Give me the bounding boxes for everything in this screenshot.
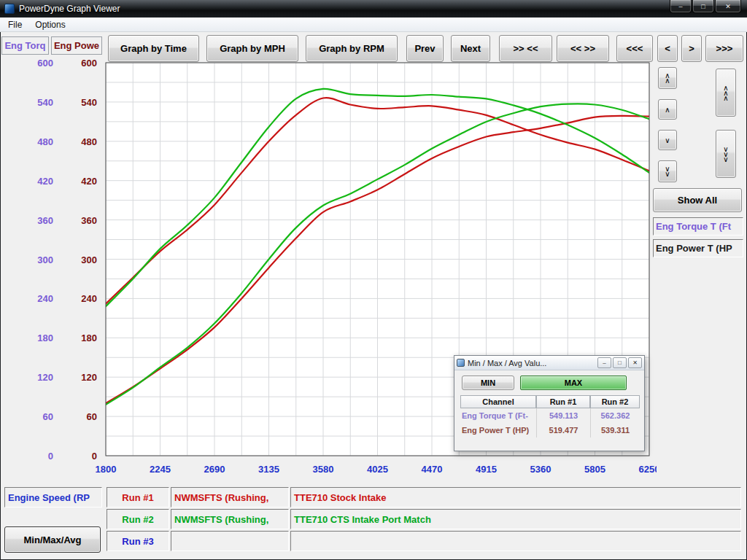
scroll-fast-right-button[interactable]: >>> xyxy=(705,35,743,62)
minmax-window: Min / Max / Avg Valu... – □ ✕ MIN MAX Ch… xyxy=(454,355,645,451)
svg-text:5805: 5805 xyxy=(584,464,605,475)
maximize-button[interactable]: □ xyxy=(692,0,714,13)
table-row-torque-channel: Eng Torque T (Ft- xyxy=(460,408,536,423)
run3-owner-field[interactable] xyxy=(171,531,289,551)
svg-text:600: 600 xyxy=(81,58,97,69)
min-toggle-button[interactable]: MIN xyxy=(462,376,514,390)
svg-text:2690: 2690 xyxy=(204,464,225,475)
minmax-minimize-button[interactable]: – xyxy=(597,357,611,368)
minimize-button[interactable]: – xyxy=(670,0,692,13)
run1-owner-field[interactable]: NWMSFTS (Rushing, xyxy=(171,487,289,508)
scale-down-fast-icon[interactable]: ∨ ∨ xyxy=(658,160,677,182)
svg-text:300: 300 xyxy=(81,254,97,265)
run3-label[interactable]: Run #3 xyxy=(107,531,169,551)
column-header-run2[interactable]: Run #2 xyxy=(590,395,640,408)
svg-text:2245: 2245 xyxy=(150,464,171,475)
run2-owner-field[interactable]: NWMSFTS (Rushing, xyxy=(171,509,289,529)
scale-up-icon[interactable]: ∧ xyxy=(658,99,677,120)
table-row-power-run1: 519.477 xyxy=(536,423,590,438)
svg-text:420: 420 xyxy=(81,176,97,187)
svg-text:240: 240 xyxy=(81,293,97,304)
svg-text:0: 0 xyxy=(48,451,53,462)
svg-text:480: 480 xyxy=(81,136,97,147)
legend-eng-power[interactable]: Eng Power T (HP xyxy=(653,239,743,257)
svg-text:360: 360 xyxy=(81,215,97,226)
menu-file[interactable]: File xyxy=(1,18,28,31)
title-bar[interactable]: PowerDyne Graph Viewer xyxy=(0,0,747,18)
app-icon xyxy=(4,4,15,14)
minmaxavg-button[interactable]: Min/Max/Avg xyxy=(4,526,101,553)
svg-text:480: 480 xyxy=(37,136,53,147)
svg-text:0: 0 xyxy=(92,451,97,462)
show-all-button[interactable]: Show All xyxy=(653,188,742,212)
svg-text:540: 540 xyxy=(37,97,53,108)
scale-up-fast-icon[interactable]: ∧ ∧ xyxy=(658,67,677,89)
window-title: PowerDyne Graph Viewer xyxy=(19,4,120,14)
tab-eng-power[interactable]: Eng Powe xyxy=(51,36,102,55)
svg-text:420: 420 xyxy=(37,176,53,187)
run3-description-field[interactable] xyxy=(290,531,741,551)
x-channel-selector[interactable]: Engine Speed (RP xyxy=(4,487,102,508)
powerdyne-window: PowerDyne Graph Viewer – □ ✕ File Option… xyxy=(0,0,747,560)
svg-text:120: 120 xyxy=(81,372,97,383)
column-header-channel[interactable]: Channel xyxy=(460,395,536,408)
svg-text:3135: 3135 xyxy=(258,464,279,475)
svg-text:120: 120 xyxy=(37,372,53,383)
minmax-window-icon xyxy=(457,359,465,367)
minmax-close-button[interactable]: ✕ xyxy=(628,357,642,368)
svg-text:6250: 6250 xyxy=(639,464,657,475)
svg-text:4025: 4025 xyxy=(367,464,388,475)
svg-text:300: 300 xyxy=(37,254,53,265)
menu-bar: File Options xyxy=(0,18,747,32)
legend-eng-torque[interactable]: Eng Torque T (Ft xyxy=(653,217,743,236)
column-header-run1[interactable]: Run #1 xyxy=(536,395,590,408)
svg-text:600: 600 xyxy=(37,58,53,69)
minmax-restore-button[interactable]: □ xyxy=(613,357,627,368)
menu-options[interactable]: Options xyxy=(28,18,71,31)
table-row-torque-run1: 549.113 xyxy=(536,408,590,423)
close-button[interactable]: ✕ xyxy=(715,0,741,13)
svg-text:1800: 1800 xyxy=(96,464,117,475)
svg-text:4915: 4915 xyxy=(476,464,497,475)
range-up-icon[interactable]: ∧ ∧ ∧ xyxy=(716,69,736,117)
svg-text:5360: 5360 xyxy=(530,464,551,475)
svg-text:60: 60 xyxy=(87,411,97,422)
svg-text:540: 540 xyxy=(81,97,97,108)
svg-text:360: 360 xyxy=(37,215,53,226)
scale-down-icon[interactable]: ∨ xyxy=(658,130,677,150)
table-row-power-run2: 539.311 xyxy=(590,423,640,438)
range-down-icon[interactable]: ∨ ∨ ∨ xyxy=(716,130,736,178)
run1-description-field[interactable]: TTE710 Stock Intake xyxy=(290,487,741,508)
svg-text:3580: 3580 xyxy=(313,464,334,475)
table-row-torque-run2: 562.362 xyxy=(590,408,640,423)
svg-text:180: 180 xyxy=(81,332,97,343)
run2-description-field[interactable]: TTE710 CTS Intake Port Match xyxy=(290,509,741,529)
minmax-table: Channel Run #1 Run #2 Eng Torque T (Ft- … xyxy=(460,395,640,438)
minmax-title-bar[interactable]: Min / Max / Avg Valu... – □ ✕ xyxy=(454,356,644,370)
svg-text:240: 240 xyxy=(37,293,53,304)
scroll-left-button[interactable]: < xyxy=(657,35,678,62)
tab-eng-torque[interactable]: Eng Torq xyxy=(1,36,49,55)
scroll-right-button[interactable]: > xyxy=(681,35,702,62)
run1-label[interactable]: Run #1 xyxy=(107,487,169,508)
minmax-window-title: Min / Max / Avg Valu... xyxy=(468,359,596,368)
svg-text:4470: 4470 xyxy=(422,464,443,475)
svg-text:60: 60 xyxy=(43,411,53,422)
window-controls: – □ ✕ xyxy=(669,0,741,13)
max-toggle-button[interactable]: MAX xyxy=(520,376,627,390)
table-row-power-channel: Eng Power T (HP) xyxy=(460,423,536,438)
svg-text:180: 180 xyxy=(37,332,53,343)
run2-label[interactable]: Run #2 xyxy=(107,509,169,529)
